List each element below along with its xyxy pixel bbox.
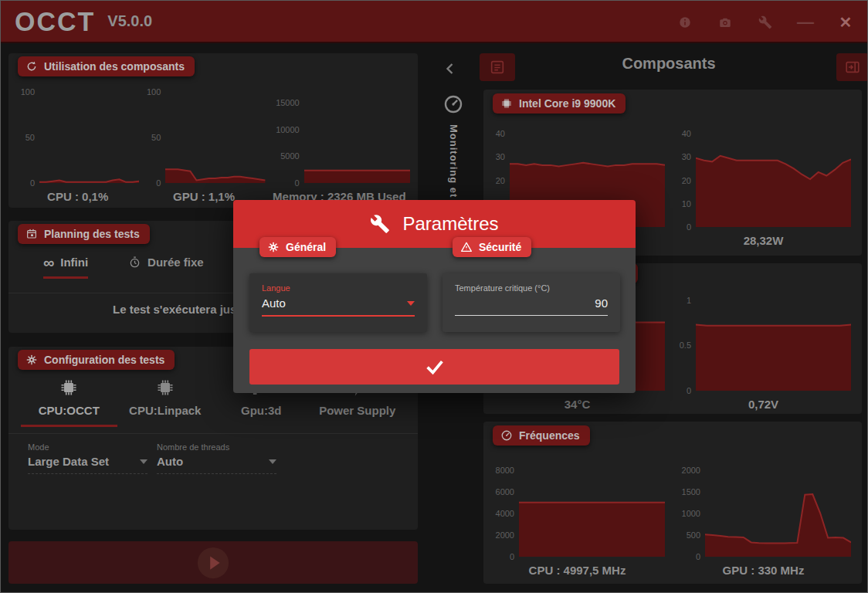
cpu-frequency-chart: 80006000400020000 [490, 460, 665, 557]
chevron-down-icon [269, 459, 276, 464]
mode-select-value: Large Data Set [28, 455, 109, 468]
cpu-badge: Intel Core i9 9900K [493, 93, 626, 114]
mode-select[interactable]: Large Data Set [28, 455, 147, 474]
settings-dialog: Paramètres Général Langue Auto Sécurité … [233, 200, 636, 393]
gpu-voltage-label: 0,72V [676, 398, 851, 411]
gpu-voltage-chart: 10.50 [676, 290, 851, 391]
security-section-label: Sécurité [479, 241, 521, 253]
gear-icon [267, 241, 280, 253]
gpu-temp-label: 34°C [490, 398, 665, 411]
usage-panel-badge: Utilisation des composants [18, 56, 195, 76]
wrench-icon [370, 214, 390, 234]
security-card: Température critique (°C) 90 [442, 273, 620, 332]
settings-dialog-title: Paramètres [402, 213, 498, 235]
chevron-down-icon [140, 459, 147, 464]
usage-panel: Utilisation des composants 100500 CPU : … [8, 53, 418, 208]
chip-icon [500, 97, 513, 110]
play-icon [195, 545, 231, 581]
tab-cpu-occt[interactable]: CPU:OCCT [21, 378, 117, 427]
tab-duree-fixe-label: Durée fixe [147, 256, 204, 269]
gauge-icon [442, 93, 464, 115]
general-card: Langue Auto [249, 273, 427, 332]
tab-power-supply-label: Power Supply [319, 404, 395, 417]
cpu-usage-label: CPU : 0,1% [16, 190, 139, 203]
tab-infini[interactable]: ∞ Infini [43, 256, 88, 279]
panel-toggle-icon [844, 59, 861, 76]
y-axis-ticks: 100500 [142, 92, 165, 183]
chip-icon [155, 378, 175, 398]
gpu-usage-chart: 100500 [142, 92, 265, 183]
threads-select-value: Auto [157, 455, 183, 468]
tab-duree-fixe[interactable]: Durée fixe [128, 256, 204, 279]
language-select-value: Auto [262, 296, 286, 310]
gpu-frequency-chart: 2000150010005000 [676, 460, 851, 557]
tab-cpu-occt-label: CPU:OCCT [39, 404, 100, 417]
planning-panel-badge: Planning des tests [18, 224, 150, 244]
y-axis-ticks: 100500 [16, 92, 39, 183]
infinity-icon: ∞ [43, 258, 54, 267]
app-version: V5.0.0 [107, 12, 152, 30]
config-panel-badge: Configuration des tests [18, 350, 175, 370]
frequencies-badge-label: Fréquences [519, 429, 580, 442]
language-select[interactable]: Auto [262, 296, 415, 317]
warning-icon [460, 241, 473, 253]
cpu-usage-chart: 100500 [16, 92, 139, 183]
config-panel-title: Configuration des tests [44, 354, 164, 366]
general-section-badge: Général [259, 237, 336, 257]
language-label: Langue [262, 283, 415, 293]
y-axis-ticks: 2000150010005000 [676, 460, 705, 557]
info-icon[interactable] [674, 12, 696, 33]
gear-icon [25, 354, 38, 366]
report-button[interactable] [480, 53, 515, 81]
collapse-chevron-left-icon[interactable] [441, 59, 459, 81]
frequencies-panel: Fréquences 80006000400020000 CPU : 4997,… [483, 422, 862, 584]
settings-dialog-body: Général Langue Auto Sécurité Température… [233, 248, 636, 393]
chip-icon [59, 378, 79, 398]
confirm-button[interactable] [249, 349, 619, 385]
y-axis-ticks: 80006000400020000 [490, 460, 519, 557]
mode-field-label: Mode [28, 442, 147, 452]
memory-usage-chart: 150001000050000 [269, 92, 410, 183]
threads-field-label: Nombre de threads [157, 442, 276, 452]
monitoring-tab-label: Monitoring et In [448, 124, 459, 212]
tab-cpu-linpack[interactable]: CPU:Linpack [117, 378, 214, 427]
report-icon [489, 59, 506, 76]
cpu-frequency-label: CPU : 4997,5 MHz [490, 564, 665, 577]
threads-select[interactable]: Auto [157, 455, 276, 474]
gauge-icon [500, 429, 513, 442]
refresh-icon [25, 60, 38, 73]
critical-temp-input[interactable]: 90 [455, 296, 608, 316]
wrench-icon[interactable] [754, 12, 776, 33]
divider [8, 433, 418, 434]
frequencies-badge: Fréquences [493, 425, 590, 446]
monitoring-tab[interactable]: Monitoring et In [438, 93, 469, 212]
general-section-label: Général [286, 241, 326, 253]
tab-infini-label: Infini [60, 256, 88, 269]
components-title: Composants [495, 55, 843, 73]
y-axis-ticks: 403020100 [676, 127, 696, 227]
gpu-frequency-label: GPU : 330 MHz [676, 564, 851, 577]
cpu-power-chart: 403020100 [676, 127, 851, 227]
minimize-icon[interactable]: — [795, 12, 816, 33]
tab-cpu-linpack-label: CPU:Linpack [129, 404, 201, 417]
y-axis-ticks: 10.50 [676, 290, 696, 391]
cpu-power-label: 28,32W [676, 234, 851, 247]
occt-logo: OCCT [15, 5, 95, 37]
calendar-icon [25, 228, 38, 240]
critical-temp-value: 90 [595, 296, 608, 310]
y-axis-ticks: 150001000050000 [269, 92, 304, 183]
timer-icon [128, 256, 141, 269]
chevron-down-icon [407, 301, 415, 306]
occt-window: OCCT V5.0.0 — ✕ Utilisation des composan… [0, 0, 868, 593]
cpu-badge-label: Intel Core i9 9900K [519, 97, 615, 110]
usage-panel-title: Utilisation des composants [44, 60, 185, 73]
planning-note: Le test s'exécutera jusqu' [113, 303, 253, 316]
camera-icon[interactable] [714, 12, 736, 33]
close-icon[interactable]: ✕ [835, 12, 856, 33]
critical-temp-label: Température critique (°C) [455, 283, 608, 293]
panel-toggle-button[interactable] [836, 53, 868, 81]
check-icon [423, 355, 446, 378]
start-test-button[interactable] [8, 541, 418, 584]
security-section-badge: Sécurité [453, 237, 531, 257]
titlebar: OCCT V5.0.0 — ✕ [1, 1, 867, 43]
